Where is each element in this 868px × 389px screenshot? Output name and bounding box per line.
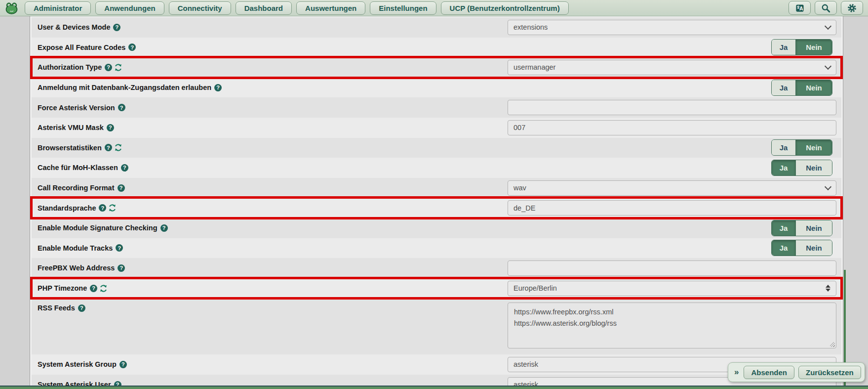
reset-default-icon[interactable] (100, 285, 107, 292)
settings-row-call-recording-format: Call Recording Format?wav (32, 178, 841, 198)
toggle-option-nein[interactable]: Nein (795, 220, 832, 236)
tab-einstellungen[interactable]: Einstellungen (370, 1, 436, 15)
setting-input-freepbx-web-address[interactable] (513, 264, 830, 272)
setting-label-cell: FreePBX Web Address? (38, 264, 508, 272)
toggle-option-ja[interactable]: Ja (772, 140, 795, 155)
toggle-option-nein[interactable]: Nein (795, 140, 832, 155)
chevron-down-icon (825, 63, 831, 70)
freepbx-frog-logo-icon[interactable] (5, 1, 18, 15)
help-icon[interactable]: ? (118, 264, 125, 272)
setting-label-cell: Browserstatistiken? (38, 144, 771, 152)
reset-default-icon[interactable] (109, 204, 116, 212)
toggle-option-ja[interactable]: Ja (772, 160, 795, 175)
ja-nein-toggle: JaNein (771, 80, 832, 96)
settings-row-asterisk-vmu-mask: Asterisk VMU Mask? (32, 118, 841, 138)
ja-nein-toggle: JaNein (771, 160, 832, 176)
setting-label: Browserstatistiken (38, 144, 102, 152)
submit-button[interactable]: Absenden (744, 366, 794, 379)
search-button[interactable] (815, 1, 837, 15)
settings-row-user-devices-mode: User & Devices Mode?extensions (32, 17, 841, 38)
setting-label-cell: Standardsprache? (38, 204, 508, 212)
help-icon[interactable]: ? (116, 244, 123, 252)
setting-label-cell: Expose All Feature Codes? (38, 43, 771, 51)
tab-ucp-benutzerkontrollzentrum[interactable]: UCP (Benutzerkontrollzentrum) (441, 1, 569, 15)
setting-label-cell: Enable Module Tracks? (38, 244, 771, 252)
setting-label: FreePBX Web Address (38, 264, 115, 272)
selected-value: usermanager (513, 63, 555, 71)
svg-text:A: A (799, 6, 803, 11)
setting-select-call-recording-format[interactable]: wav (508, 180, 836, 196)
search-icon (821, 3, 830, 13)
tab-connectivity[interactable]: Connectivity (169, 1, 231, 15)
toggle-option-ja[interactable]: Ja (772, 240, 795, 256)
toggle-option-ja[interactable]: Ja (772, 80, 795, 95)
help-icon[interactable]: ? (160, 224, 168, 232)
tab-anwendungen[interactable]: Anwendungen (95, 1, 164, 15)
help-icon[interactable]: ? (118, 184, 125, 192)
setting-textarea-rss-feeds[interactable]: https://www.freepbx.org/rss.xmlhttps://w… (508, 303, 836, 348)
setting-label-cell: Enable Module Signature Checking? (38, 224, 771, 232)
toggle-option-nein[interactable]: Nein (795, 240, 832, 256)
help-icon[interactable]: ? (113, 24, 120, 31)
reset-default-icon[interactable] (115, 64, 122, 71)
help-icon[interactable]: ? (105, 144, 112, 151)
setting-input-wrap (508, 120, 836, 135)
reset-default-icon[interactable] (115, 144, 122, 151)
ja-nein-toggle: JaNein (771, 39, 832, 55)
help-icon[interactable]: ? (128, 43, 136, 51)
setting-label: Cache für MoH-Klassen (38, 164, 118, 172)
help-icon[interactable]: ? (119, 361, 127, 368)
help-icon[interactable]: ? (99, 204, 106, 212)
setting-label-cell: Cache für MoH-Klassen? (38, 164, 771, 172)
help-icon[interactable]: ? (118, 104, 125, 111)
help-icon[interactable]: ? (107, 124, 114, 131)
toggle-option-ja[interactable]: Ja (772, 40, 795, 55)
translate-button[interactable]: A (789, 1, 811, 15)
help-icon[interactable]: ? (105, 64, 112, 71)
nav-icon-buttons: A (789, 1, 863, 15)
setting-label: PHP Timezone (38, 284, 87, 292)
setting-input-wrap (508, 200, 836, 216)
setting-input-wrap (508, 260, 836, 276)
tab-administrator[interactable]: Administrator (25, 1, 91, 15)
setting-input-force-asterisk-version[interactable] (513, 104, 830, 112)
setting-select-php-timezone[interactable]: Europe/Berlin (508, 281, 836, 296)
collapse-toolbar-button[interactable]: » (733, 367, 740, 377)
settings-button[interactable] (841, 1, 863, 15)
tab-auswertungen[interactable]: Auswertungen (296, 1, 365, 15)
settings-row-system-asterisk-group: System Asterisk Group? (32, 354, 841, 375)
settings-row-php-timezone: PHP Timezone?Europe/Berlin (32, 278, 841, 299)
help-icon[interactable]: ? (121, 164, 128, 172)
resize-handle-icon[interactable] (830, 342, 835, 347)
settings-row-anmeldung-mit-datenbank-zugangsdaten-erlauben: Anmeldung mit Datenbank-Zugangsdaten erl… (32, 78, 841, 98)
toggle-option-ja[interactable]: Ja (772, 220, 795, 236)
setting-label: Expose All Feature Codes (38, 43, 125, 51)
settings-row-expose-all-feature-codes: Expose All Feature Codes?JaNein (32, 38, 841, 58)
setting-input-asterisk-vmu-mask[interactable] (513, 124, 830, 131)
setting-label: Anmeldung mit Datenbank-Zugangsdaten erl… (38, 84, 211, 91)
tab-dashboard[interactable]: Dashboard (236, 1, 292, 15)
help-icon[interactable]: ? (78, 304, 85, 312)
reset-button[interactable]: Zurücksetzen (798, 366, 861, 379)
settings-row-force-asterisk-version: Force Asterisk Version? (32, 97, 841, 118)
settings-row-browserstatistiken: Browserstatistiken?JaNein (32, 138, 841, 158)
help-icon[interactable]: ? (90, 285, 97, 292)
toggle-option-nein[interactable]: Nein (795, 160, 832, 175)
setting-label-cell: Anmeldung mit Datenbank-Zugangsdaten erl… (38, 84, 771, 91)
setting-label-cell: PHP Timezone? (38, 284, 508, 292)
settings-row-standardsprache: Standardsprache? (32, 198, 841, 218)
setting-select-authorization-type[interactable]: usermanager (508, 60, 836, 75)
setting-label: RSS Feeds (38, 304, 75, 312)
advanced-settings-panel: User & Devices Mode?extensionsExpose All… (30, 16, 843, 389)
translate-icon: A (795, 3, 805, 13)
setting-input-standardsprache[interactable] (513, 204, 830, 212)
toggle-option-nein[interactable]: Nein (795, 40, 832, 55)
selected-value: Europe/Berlin (513, 284, 557, 292)
textarea-line: https://www.asterisk.org/blog/rss (514, 318, 830, 329)
toggle-option-nein[interactable]: Nein (795, 80, 832, 95)
help-icon[interactable]: ? (214, 84, 222, 91)
setting-label: Authorization Type (38, 63, 102, 71)
top-nav: AdministratorAnwendungenConnectivityDash… (0, 0, 868, 16)
setting-select-user-devices-mode[interactable]: extensions (508, 20, 836, 35)
chevron-down-icon (825, 183, 831, 190)
